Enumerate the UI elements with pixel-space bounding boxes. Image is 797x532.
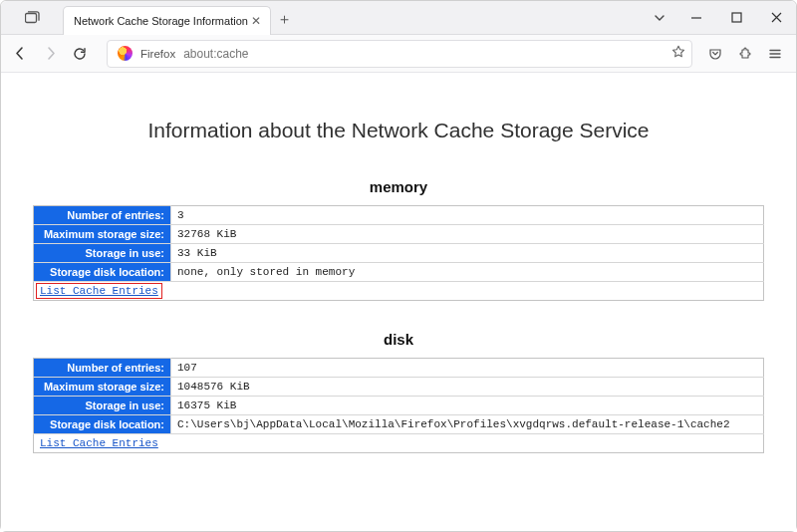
- table-row: Maximum storage size: 1048576 KiB: [34, 378, 764, 397]
- table-row: Storage disk location: C:\Users\bj\AppDa…: [34, 415, 764, 434]
- puzzle-icon: [738, 47, 752, 61]
- row-value: 33 KiB: [171, 244, 764, 263]
- pocket-icon: [708, 47, 722, 61]
- cache-section-disk: disk Number of entries: 107 Maximum stor…: [33, 331, 764, 453]
- row-value: 107: [171, 359, 764, 378]
- row-label: Storage in use:: [34, 244, 171, 263]
- save-to-pocket-button[interactable]: [700, 39, 730, 69]
- row-label: Number of entries:: [34, 206, 171, 225]
- address-bar[interactable]: Firefox about:cache: [107, 40, 692, 68]
- reload-button[interactable]: [65, 39, 95, 69]
- minimize-icon: [690, 12, 702, 24]
- tab-title: Network Cache Storage Information: [74, 15, 248, 27]
- window-close-button[interactable]: [756, 1, 796, 34]
- row-value: none, only stored in memory: [171, 263, 764, 282]
- table-row: Storage in use: 16375 KiB: [34, 397, 764, 415]
- window-maximize-button[interactable]: [716, 1, 756, 34]
- content-viewport: Information about the Network Cache Stor…: [1, 73, 796, 531]
- row-label: Storage disk location:: [34, 415, 171, 434]
- star-icon: [671, 45, 685, 59]
- highlight-box: List Cache Entries: [36, 283, 162, 299]
- list-cache-entries-link-disk[interactable]: List Cache Entries: [40, 437, 158, 449]
- svg-rect-1: [732, 13, 741, 22]
- row-label: Maximum storage size:: [34, 378, 171, 397]
- row-label: Storage in use:: [34, 397, 171, 415]
- row-label: Maximum storage size:: [34, 225, 171, 244]
- cache-table-memory: Number of entries: 3 Maximum storage siz…: [33, 205, 764, 301]
- table-row: List Cache Entries: [34, 434, 764, 453]
- table-row: Number of entries: 107: [34, 359, 764, 378]
- table-row: Storage disk location: none, only stored…: [34, 263, 764, 282]
- close-icon: [771, 12, 782, 23]
- row-value: 3: [171, 206, 764, 225]
- cache-table-disk: Number of entries: 107 Maximum storage s…: [33, 358, 764, 453]
- section-heading-memory: memory: [33, 178, 764, 195]
- titlebar: Network Cache Storage Information ✕ ＋: [1, 1, 796, 35]
- tab-overview-icon: [25, 11, 40, 24]
- table-row: Number of entries: 3: [34, 206, 764, 225]
- row-value: 16375 KiB: [171, 397, 764, 415]
- address-url: about:cache: [183, 47, 248, 61]
- row-value: 32768 KiB: [171, 225, 764, 244]
- chevron-down-icon: [654, 12, 665, 24]
- arrow-left-icon: [13, 46, 28, 61]
- forward-button[interactable]: [35, 39, 65, 69]
- back-button[interactable]: [5, 39, 35, 69]
- tab-active[interactable]: Network Cache Storage Information ✕: [63, 6, 271, 35]
- navigation-toolbar: Firefox about:cache: [1, 35, 796, 73]
- table-row: List Cache Entries: [34, 282, 764, 301]
- new-tab-button[interactable]: ＋: [271, 5, 299, 34]
- address-identity-label: Firefox: [140, 48, 175, 60]
- row-value: C:\Users\bj\AppData\Local\Mozilla\Firefo…: [171, 415, 764, 434]
- table-row: Storage in use: 33 KiB: [34, 244, 764, 263]
- cache-section-memory: memory Number of entries: 3 Maximum stor…: [33, 178, 764, 301]
- window-minimize-button[interactable]: [676, 1, 716, 34]
- tab-overview-button[interactable]: [1, 1, 63, 34]
- browser-window: Network Cache Storage Information ✕ ＋: [0, 0, 797, 532]
- reload-icon: [73, 47, 87, 61]
- maximize-icon: [731, 12, 742, 23]
- hamburger-icon: [768, 47, 782, 61]
- firefox-icon: [118, 46, 133, 61]
- svg-rect-0: [25, 14, 36, 23]
- extensions-button[interactable]: [730, 39, 760, 69]
- arrow-right-icon: [43, 46, 58, 61]
- bookmark-button[interactable]: [671, 45, 685, 63]
- app-menu-button[interactable]: [760, 39, 790, 69]
- row-label: Storage disk location:: [34, 263, 171, 282]
- list-cache-entries-link-memory[interactable]: List Cache Entries: [40, 285, 158, 297]
- tab-close-button[interactable]: ✕: [248, 13, 264, 29]
- section-heading-disk: disk: [33, 331, 764, 348]
- table-row: Maximum storage size: 32768 KiB: [34, 225, 764, 244]
- row-label: Number of entries:: [34, 359, 171, 378]
- about-cache-page: Information about the Network Cache Stor…: [1, 73, 796, 503]
- page-title: Information about the Network Cache Stor…: [33, 119, 764, 142]
- row-value: 1048576 KiB: [171, 378, 764, 397]
- tabs-dropdown-button[interactable]: [643, 1, 676, 34]
